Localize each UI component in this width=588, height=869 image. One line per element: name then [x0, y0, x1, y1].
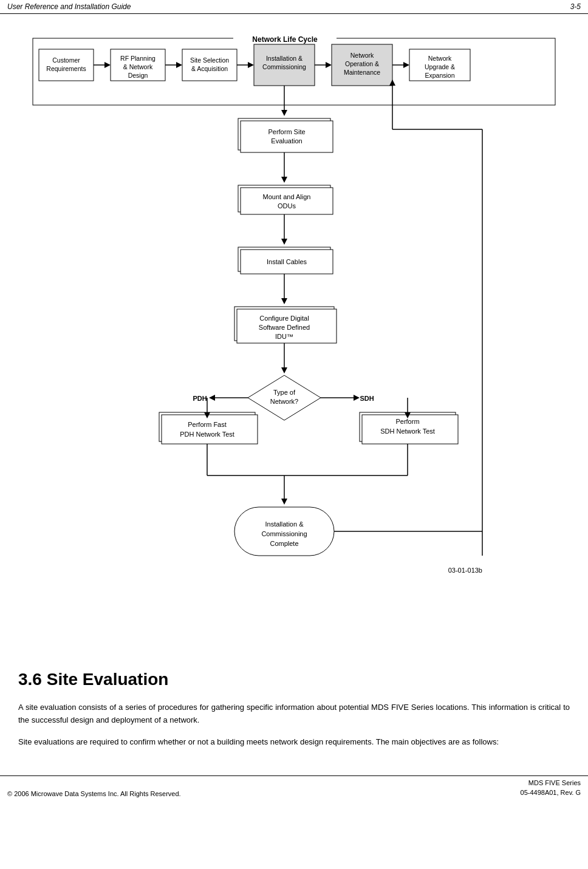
svg-text:Maintenance: Maintenance	[344, 69, 380, 76]
diagram-container: Network Life Cycle Customer Requirements…	[0, 14, 588, 658]
svg-text:Perform Site: Perform Site	[268, 128, 305, 135]
svg-marker-52	[281, 298, 287, 304]
svg-text:Network: Network	[428, 55, 452, 62]
svg-marker-59	[281, 367, 287, 373]
svg-text:SDH: SDH	[360, 395, 374, 402]
svg-text:03-01-013b: 03-01-013b	[448, 567, 482, 574]
svg-text:Design: Design	[128, 72, 148, 79]
svg-marker-68	[354, 395, 360, 401]
footer-right: MDS FIVE Series 05-4498A01, Rev. G	[521, 779, 581, 797]
svg-text:Evaluation: Evaluation	[271, 137, 302, 145]
svg-text:Site Selection: Site Selection	[190, 56, 229, 64]
svg-text:Software Defined: Software Defined	[259, 324, 310, 331]
svg-text:Customer: Customer	[52, 56, 80, 64]
svg-rect-70	[162, 415, 258, 444]
svg-marker-7	[104, 62, 111, 68]
svg-text:Install Cables: Install Cables	[267, 258, 307, 265]
paragraph-2: Site evaluations are required to confirm…	[18, 736, 570, 749]
svg-marker-23	[326, 62, 332, 68]
svg-text:Complete: Complete	[270, 540, 298, 547]
svg-text:Installation &: Installation &	[266, 55, 303, 62]
svg-text:Network: Network	[350, 52, 374, 59]
svg-text:PDH: PDH	[193, 395, 207, 402]
svg-text:SDH Network Test: SDH Network Test	[380, 428, 435, 435]
svg-marker-47	[281, 239, 287, 245]
svg-rect-43	[241, 188, 333, 214]
svg-text:Expansion: Expansion	[425, 72, 454, 79]
flowchart-svg: Network Life Cycle Customer Requirements…	[21, 26, 567, 646]
svg-marker-29	[403, 62, 409, 68]
svg-text:Mount and Align: Mount and Align	[263, 193, 311, 200]
svg-text:RF Planning: RF Planning	[120, 55, 156, 62]
svg-text:Upgrade &: Upgrade &	[425, 63, 455, 70]
svg-text:Network Life Cycle: Network Life Cycle	[252, 35, 318, 44]
svg-rect-37	[241, 121, 333, 152]
section-heading: 3.6 Site Evaluation	[0, 658, 588, 695]
svg-marker-65	[209, 395, 215, 401]
section-title: Site Evaluation	[47, 670, 169, 689]
section-number: 3.6	[18, 670, 47, 689]
svg-text:Operation &: Operation &	[345, 60, 379, 67]
svg-text:Requirements: Requirements	[46, 65, 86, 72]
svg-text:IDU™: IDU™	[275, 333, 293, 340]
svg-marker-85	[281, 499, 287, 505]
svg-text:ODUs: ODUs	[278, 202, 296, 210]
paragraph-1: A site evaluation consists of a series o…	[18, 701, 570, 727]
svg-text:Installation &: Installation &	[265, 520, 304, 528]
footer-part-number: 05-4498A01, Rev. G	[521, 788, 581, 797]
svg-marker-18	[248, 62, 254, 68]
header-title: User Reference and Installation Guide	[7, 2, 131, 11]
svg-text:& Network: & Network	[123, 63, 153, 70]
svg-text:Commissioning: Commissioning	[261, 530, 307, 537]
header-page-number: 3-5	[570, 2, 581, 11]
svg-text:& Acquisition: & Acquisition	[191, 65, 228, 72]
svg-text:Type of: Type of	[273, 389, 296, 396]
svg-text:Commissioning: Commissioning	[262, 63, 306, 70]
svg-text:Perform: Perform	[395, 418, 419, 425]
svg-text:Configure Digital: Configure Digital	[259, 315, 309, 322]
body-text: A site evaluation consists of a series o…	[0, 695, 588, 763]
svg-marker-35	[281, 110, 287, 116]
svg-text:Perform Fast: Perform Fast	[188, 421, 227, 428]
footer-copyright: © 2006 Microwave Data Systems Inc. All R…	[7, 790, 181, 797]
svg-text:PDH Network Test: PDH Network Test	[180, 431, 234, 438]
page-header: User Reference and Installation Guide 3-…	[0, 0, 588, 14]
page-footer: © 2006 Microwave Data Systems Inc. All R…	[0, 775, 588, 800]
footer-product: MDS FIVE Series	[521, 779, 581, 788]
svg-marker-13	[176, 62, 182, 68]
svg-text:Network?: Network?	[270, 398, 298, 405]
svg-marker-41	[281, 177, 287, 183]
